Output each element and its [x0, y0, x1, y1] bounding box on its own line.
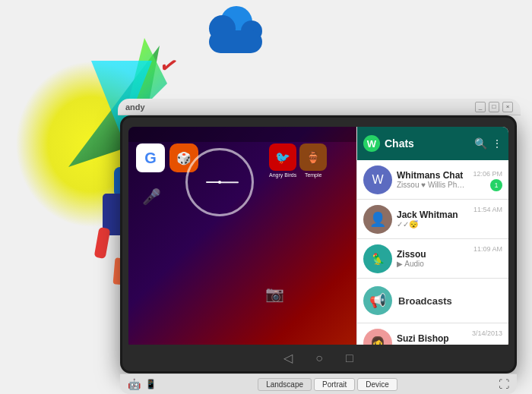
- chat-time-whitmans: 12:06 PM: [473, 170, 502, 178]
- blue-cloud: [205, 15, 266, 53]
- broadcast-icon: 📢: [363, 286, 392, 315]
- landscape-button[interactable]: Landscape: [258, 378, 312, 391]
- avatar-zissou: 🦜: [363, 244, 392, 273]
- chat-time-zissou: 11:09 AM: [473, 245, 502, 253]
- toolbar-modes: Landscape Portrait Device: [258, 378, 397, 391]
- chat-list: W Whitmans Chat Zissou ♥ Willis Photo La…: [357, 160, 508, 348]
- maximize-button[interactable]: □: [489, 102, 499, 112]
- tablet-device: ▲ WiFi 🔋 12:06 G 🎲: [120, 115, 517, 374]
- minimize-button[interactable]: _: [475, 102, 486, 112]
- chat-name-suzi: Suzi Bishop: [397, 333, 467, 344]
- android-wallpaper: ▲ WiFi 🔋 12:06 G 🎲: [128, 127, 508, 348]
- chat-info-jack: Jack Whitman ✓✓😴: [397, 210, 469, 229]
- broadcast-label: Broadcasts: [398, 295, 452, 307]
- whatsapp-header: W Chats 🔍 ⋮: [357, 127, 508, 160]
- chat-time-jack: 11:54 AM: [473, 206, 502, 213]
- avatar-jack: 👤: [363, 205, 392, 234]
- chat-item-zissou[interactable]: 🦜 Zissou ▶ Audio 11:09 AM: [357, 239, 508, 279]
- broadcasts-item[interactable]: 📢 Broadcasts: [357, 279, 508, 323]
- close-button[interactable]: ×: [502, 102, 513, 112]
- chat-item-jack[interactable]: 👤 Jack Whitman ✓✓😴 11:54 AM: [357, 200, 508, 239]
- chat-item-whitmans[interactable]: W Whitmans Chat Zissou ♥ Willis Photo La…: [357, 160, 508, 200]
- window-controls: _ □ ×: [475, 102, 513, 112]
- whatsapp-title: Chats: [385, 137, 470, 150]
- toolbar-left: 🤖 📱: [128, 378, 157, 390]
- mic-icon[interactable]: 🎤: [142, 188, 161, 206]
- whatsapp-logo: W: [363, 135, 380, 152]
- app-title: andy: [125, 102, 145, 112]
- temple-run-icon[interactable]: 🏺 Temple: [299, 143, 327, 178]
- chat-preview-zissou: ▶ Audio: [397, 260, 469, 268]
- android-screen: ▲ WiFi 🔋 12:06 G 🎲: [128, 127, 508, 348]
- google-icon[interactable]: G: [136, 143, 165, 174]
- recent-button[interactable]: □: [346, 351, 353, 365]
- android-icon: 🤖: [128, 378, 141, 390]
- phone-icon: 📱: [145, 379, 157, 389]
- fullscreen-icon[interactable]: ⛶: [499, 378, 509, 390]
- app-icons-row: 🐦 Angry Birds 🏺 Temple: [269, 143, 327, 178]
- andy-titlebar: andy _ □ ×: [118, 99, 521, 115]
- chat-preview-jack: ✓✓😴: [397, 220, 469, 229]
- home-button[interactable]: ○: [315, 351, 323, 365]
- avatar-whitmans: W: [363, 165, 392, 194]
- red-checkmark: ✓: [157, 52, 180, 80]
- clock-widget: [185, 148, 254, 216]
- camera-icon[interactable]: 📷: [265, 285, 284, 303]
- andy-toolbar: 🤖 📱 Landscape Portrait Device ⛶: [120, 374, 517, 394]
- menu-icon[interactable]: ⋮: [492, 137, 502, 150]
- whatsapp-panel: W Chats 🔍 ⋮ W Whitmans Chat Zissou ♥ Wi: [356, 127, 508, 348]
- chat-info-whitmans: Whitmans Chat Zissou ♥ Willis Photo Lab: [397, 170, 468, 189]
- chat-info-zissou: Zissou ▶ Audio: [397, 249, 469, 268]
- device-button[interactable]: Device: [357, 378, 397, 391]
- search-icon[interactable]: 🔍: [474, 137, 487, 150]
- angry-birds-icon[interactable]: 🐦 Angry Birds: [269, 143, 296, 178]
- chat-name-whitmans: Whitmans Chat: [397, 170, 468, 181]
- back-button[interactable]: ◁: [283, 351, 293, 365]
- android-nav-bar: ◁ ○ □: [122, 345, 515, 371]
- unread-badge-whitmans: 1: [490, 179, 502, 191]
- chat-name-jack: Jack Whitman: [397, 210, 469, 220]
- portrait-button[interactable]: Portrait: [314, 378, 355, 391]
- chat-preview-whitmans: Zissou ♥ Willis Photo Lab: [397, 181, 468, 189]
- whatsapp-header-icons: 🔍 ⋮: [474, 137, 502, 150]
- chat-name-zissou: Zissou: [397, 249, 469, 260]
- chat-time-suzi: 3/14/2013: [472, 329, 502, 337]
